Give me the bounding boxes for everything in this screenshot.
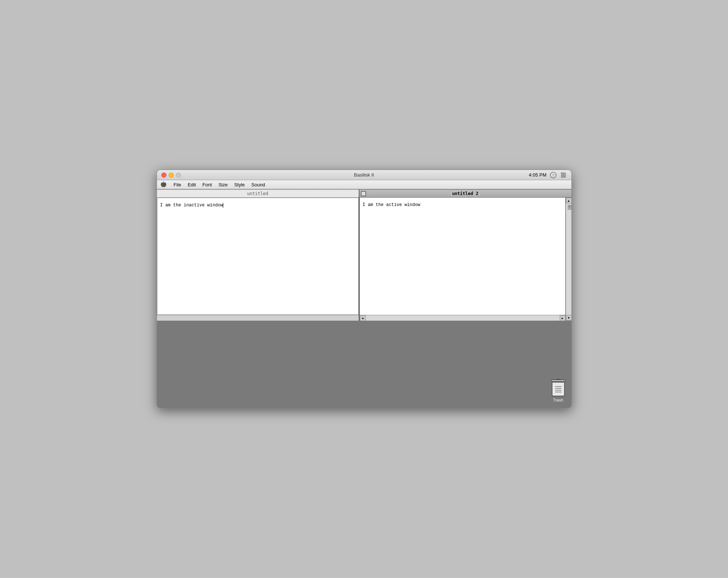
main-content: untitled I am the inactive window untitl… (157, 190, 571, 408)
scroll-number: 5 (568, 205, 571, 210)
trash-label: Trash (553, 398, 563, 402)
trash-line-1 (555, 386, 562, 387)
svg-point-7 (562, 176, 563, 178)
svg-point-6 (564, 174, 565, 176)
trash-line-2 (555, 388, 562, 389)
title-bar-buttons (161, 173, 181, 178)
menu-edit[interactable]: Edit (185, 181, 198, 188)
inactive-window-content[interactable]: I am the inactive window (157, 198, 359, 315)
close-button[interactable] (161, 173, 166, 178)
trash-icon[interactable]: Trash (551, 379, 566, 402)
maximize-button (176, 173, 181, 178)
active-window-title: untitled 2 (450, 191, 480, 196)
svg-text:?: ? (552, 173, 554, 177)
active-window-frame: I am the active window ◀ ▶ (359, 198, 566, 321)
active-window-title-bar: untitled 2 (359, 190, 571, 198)
text-cursor (223, 203, 223, 208)
desktop-area: Trash (157, 321, 571, 408)
inactive-window: untitled I am the inactive window (157, 190, 359, 321)
active-window-text: I am the active window (363, 202, 420, 207)
inactive-window-scrollbar (157, 315, 359, 321)
active-window-body: I am the active window ◀ ▶ ▲ ▼ 5 (359, 198, 571, 321)
trash-line-4 (555, 392, 562, 392)
scroll-up-arrow[interactable]: ▲ (566, 198, 572, 203)
title-bar: Basilisk II 4:05 PM ? (157, 170, 571, 180)
inactive-window-text: I am the inactive window (160, 203, 223, 208)
window-title: Basilisk II (354, 172, 374, 178)
inactive-window-title-bar: untitled (157, 190, 359, 198)
trash-body (552, 382, 565, 396)
vscroll-track (566, 203, 571, 315)
apple-menu[interactable] (160, 181, 167, 188)
menu-size[interactable]: Size (216, 181, 231, 188)
active-window: untitled 2 I am the active window ◀ ▶ (359, 190, 571, 321)
mac-window: Basilisk II 4:05 PM ? (157, 170, 572, 408)
title-bar-right: 4:05 PM ? (529, 171, 567, 179)
help-icon[interactable]: ? (550, 171, 557, 179)
active-window-hscroll: ◀ ▶ (359, 315, 566, 321)
inactive-window-title: untitled (247, 191, 268, 196)
scroll-right-arrow[interactable]: ▶ (560, 315, 566, 321)
scroll-down-arrow[interactable]: ▼ (566, 315, 572, 321)
menu-bar: File Edit Font Size Style Sound (157, 180, 571, 190)
trash-line-3 (555, 390, 562, 391)
active-window-vscroll: ▲ ▼ 5 (566, 198, 571, 321)
preferences-icon[interactable] (560, 171, 567, 179)
scroll-left-arrow[interactable]: ◀ (360, 315, 366, 321)
menu-style[interactable]: Style (231, 181, 248, 188)
active-window-content[interactable]: I am the active window (359, 198, 566, 315)
menu-file[interactable]: File (171, 181, 184, 188)
svg-point-5 (562, 173, 563, 174)
time-display: 4:05 PM (529, 172, 546, 178)
menu-sound[interactable]: Sound (248, 181, 268, 188)
windows-area: untitled I am the inactive window untitl… (157, 190, 571, 321)
menu-font[interactable]: Font (200, 181, 215, 188)
trash-can (551, 379, 566, 396)
window-zoom-box[interactable] (361, 191, 366, 196)
minimize-button[interactable] (169, 173, 174, 178)
hscroll-track (366, 315, 560, 321)
